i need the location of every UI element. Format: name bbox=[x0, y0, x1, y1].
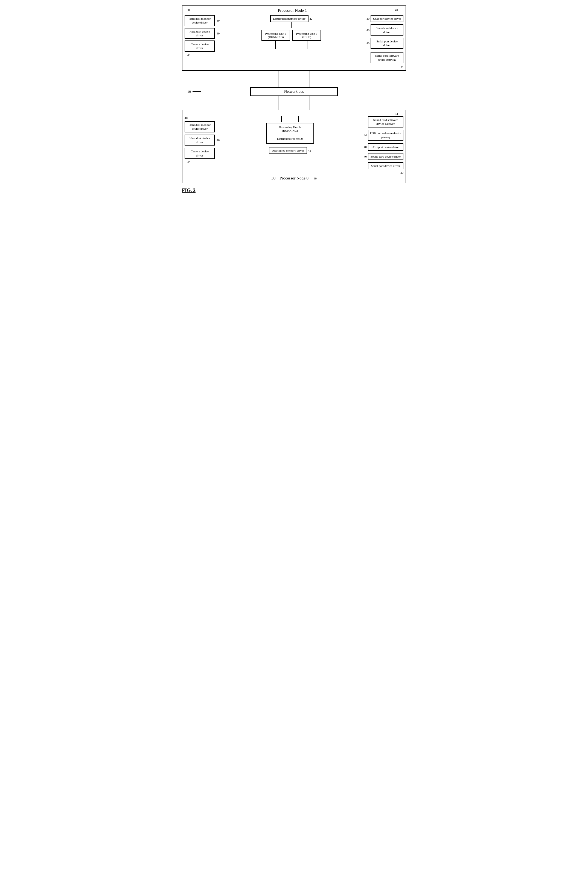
serial-driver-bottom-row: Serial port device driver bbox=[368, 162, 404, 170]
line-down-proc0 bbox=[307, 41, 308, 49]
serial-driver-top: Serial port device driver bbox=[370, 38, 404, 49]
lines-to-bus bbox=[182, 71, 406, 87]
ref-40-3: 40 bbox=[188, 53, 215, 57]
bottom-memory-row: Distributed memory driver 42 bbox=[269, 147, 311, 154]
usb-driver-top: USB port device driver bbox=[370, 15, 404, 22]
usb-gateway-bottom: USB port software device gateway bbox=[368, 130, 404, 141]
ref-42-top: 42 bbox=[310, 17, 313, 20]
line-bus-3 bbox=[278, 96, 278, 110]
ref-40-serial-b: 40 bbox=[400, 171, 404, 174]
distributed-process-label: Distributed Process 0 bbox=[269, 137, 310, 140]
usb-driver-bottom-row: 40 USB port device driver bbox=[364, 143, 404, 150]
top-node-ref-left: 30 bbox=[187, 8, 190, 12]
top-center-col: Distributed memory driver 42 Processing … bbox=[217, 15, 366, 49]
network-bus-row: 10 Network bus bbox=[182, 87, 406, 96]
ref-40-bottom: 40 bbox=[314, 177, 317, 180]
lines-from-bus bbox=[182, 96, 406, 110]
ref-40-serial: 40 bbox=[366, 42, 369, 45]
cross-line-1 bbox=[281, 116, 282, 122]
bottom-node-ref: 30 bbox=[271, 176, 275, 180]
line-down-proc1 bbox=[275, 41, 276, 49]
proc-unit1: Processing Unit 1(RUNNING) bbox=[261, 30, 290, 41]
bottom-right-col: Sound card software device gateway 44 US… bbox=[365, 116, 404, 174]
sound-gateway-bottom: Sound card software device gateway bbox=[368, 116, 404, 128]
ref-40-usb-b: 40 bbox=[364, 145, 367, 148]
ref-42-bottom: 42 bbox=[308, 149, 311, 152]
hard-disk-monitor-driver-top: Hard disk monitor device driver bbox=[184, 15, 215, 26]
line-bus-4 bbox=[310, 96, 310, 110]
top-node-ref-right: 40 bbox=[395, 8, 398, 12]
ref-44-top: 44 bbox=[400, 65, 404, 68]
ref-44-usb: 44 bbox=[364, 134, 367, 137]
top-right-col: 40 USB port device driver 40 Sound card … bbox=[368, 15, 404, 68]
fig-label: FIG. 2 bbox=[182, 188, 406, 194]
line-bus-1 bbox=[278, 71, 278, 87]
ref-line bbox=[192, 92, 201, 92]
cross-lines-top bbox=[281, 116, 298, 122]
line-mem-to-proc bbox=[291, 22, 291, 28]
cross-line-2 bbox=[298, 116, 298, 122]
top-left-col: Hard disk monitor device driver 40 Hard … bbox=[184, 15, 215, 57]
network-bus-box: Network bus bbox=[250, 87, 338, 96]
proc-unit0: Processing Unit 0(IDLE) bbox=[292, 30, 321, 41]
top-node-title: Processor Node 1 bbox=[190, 8, 395, 13]
hard-disk-monitor-driver-bottom: Hard disk monitor device driver bbox=[184, 121, 215, 132]
sound-driver-top: Sound card device driver bbox=[370, 24, 404, 36]
bottom-node: 44 40 Hard disk monitor device driver Ha… bbox=[182, 110, 406, 183]
proc-unit-label: Processing Unit 0(RUNNING) bbox=[267, 126, 314, 132]
distributed-memory-top: Distributed memory driver bbox=[270, 15, 309, 22]
proc-row-top: Processing Unit 1(RUNNING) Processing Un… bbox=[261, 30, 321, 41]
network-bus-ref-row: 10 bbox=[188, 90, 201, 94]
line-bus-2 bbox=[310, 71, 310, 87]
serial-driver-bottom: Serial port device driver bbox=[368, 162, 404, 170]
bottom-inner: 40 Hard disk monitor device driver Hard … bbox=[184, 116, 404, 174]
ref-40-sound-b: 40 bbox=[364, 155, 367, 158]
ref-40-usb: 40 bbox=[366, 17, 369, 20]
usb-driver-bottom: USB port device driver bbox=[368, 143, 404, 150]
serial-gateway-top: Serial port software device gateway bbox=[370, 52, 404, 63]
hard-disk-driver-top: Hard disk device driver bbox=[184, 28, 215, 39]
usb-gateway-bottom-row: 44 USB port software device gateway bbox=[364, 130, 404, 141]
ref-40-cam: 40 bbox=[188, 160, 215, 164]
camera-driver-bottom: Camera device driver bbox=[184, 148, 215, 159]
sound-driver-bottom-row: 40 Sound card device driver bbox=[364, 153, 404, 160]
bottom-node-title: 30 Processor Node 0 40 bbox=[184, 176, 404, 180]
camera-driver-top: Camera device driver bbox=[184, 40, 215, 52]
proc-unit0-bottom: Processing Unit 0(RUNNING) Distributed P… bbox=[266, 123, 314, 144]
diagram-container: 30 Processor Node 1 40 Hard disk monitor… bbox=[182, 6, 406, 194]
bottom-ref-44: 44 bbox=[184, 112, 398, 116]
hard-disk-driver-bottom: Hard disk device driver bbox=[184, 135, 215, 146]
bottom-center-col: Processing Unit 0(RUNNING) Distributed P… bbox=[217, 116, 363, 154]
sound-gateway-bottom-row: Sound card software device gateway bbox=[368, 116, 404, 128]
top-node: 30 Processor Node 1 40 Hard disk monitor… bbox=[182, 6, 406, 71]
bottom-ref-40-top: 40 bbox=[184, 116, 215, 120]
sound-driver-bottom: Sound card device driver bbox=[368, 153, 404, 160]
ref-40-sound: 40 bbox=[366, 28, 369, 32]
bottom-left-col: 40 Hard disk monitor device driver Hard … bbox=[184, 116, 215, 164]
ref-10: 10 bbox=[188, 90, 191, 94]
distributed-memory-bottom: Distributed memory driver bbox=[269, 147, 307, 154]
